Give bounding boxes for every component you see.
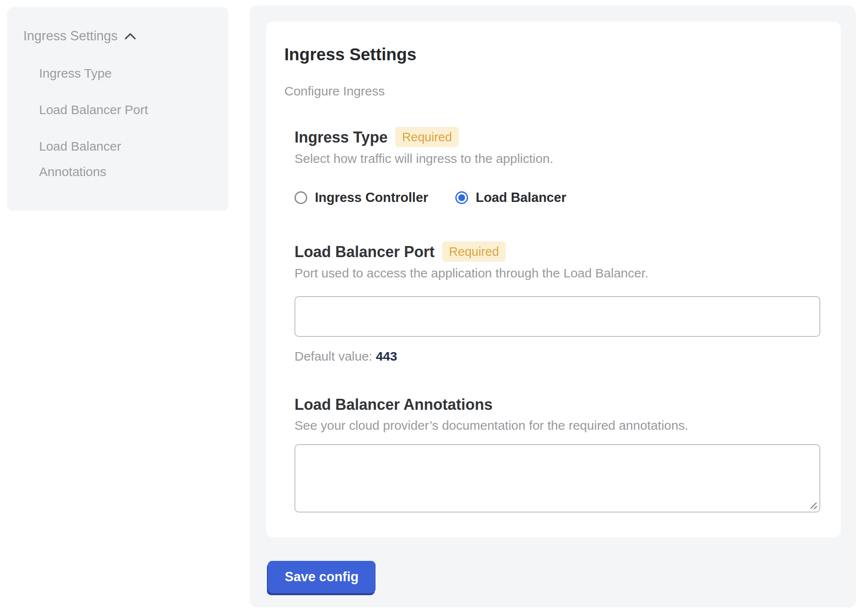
section-ingress-type: Ingress Type Required Select how traffic… [295, 127, 820, 206]
load-balancer-annotations-label: Load Balancer Annotations [295, 395, 493, 414]
sidebar-group-ingress-settings[interactable]: Ingress Settings [23, 28, 216, 44]
section-heading-row: Load Balancer Port Required [295, 242, 820, 262]
section-load-balancer-annotations: Load Balancer Annotations See your cloud… [295, 395, 820, 512]
default-value: 443 [376, 349, 397, 363]
section-heading-row: Load Balancer Annotations [295, 395, 820, 414]
load-balancer-annotations-description: See your cloud provider’s documentation … [295, 417, 820, 434]
load-balancer-port-description: Port used to access the application thro… [295, 265, 820, 282]
section-heading-row: Ingress Type Required [295, 127, 820, 148]
ingress-settings-card: Ingress Settings Configure Ingress Ingre… [266, 22, 841, 538]
radio-option-ingress-controller[interactable]: Ingress Controller [295, 189, 428, 206]
radio-label: Ingress Controller [315, 189, 428, 206]
config-nav-sidebar: Ingress Settings Ingress Type Load Balan… [7, 7, 228, 211]
load-balancer-port-label: Load Balancer Port [295, 242, 435, 262]
resize-handle-icon[interactable] [809, 501, 818, 510]
section-load-balancer-port: Load Balancer Port Required Port used to… [295, 242, 820, 365]
sidebar-group-label: Ingress Settings [23, 28, 118, 44]
radio-label: Load Balancer [476, 189, 567, 206]
page-title: Ingress Settings [284, 44, 820, 64]
save-config-button[interactable]: Save config [268, 561, 376, 593]
sidebar-item-load-balancer-port[interactable]: Load Balancer Port [39, 97, 175, 123]
ingress-type-label: Ingress Type [295, 128, 387, 147]
radio-unselected-icon[interactable] [295, 191, 307, 204]
default-value-label: Default value: [295, 349, 372, 363]
ingress-type-description: Select how traffic will ingress to the a… [295, 150, 820, 167]
radio-option-load-balancer[interactable]: Load Balancer [455, 189, 567, 206]
sidebar-item-ingress-type[interactable]: Ingress Type [39, 61, 175, 86]
default-value-row: Default value: 443 [295, 348, 820, 365]
sidebar-item-load-balancer-annotations[interactable]: Load Balancer Annotations [39, 134, 175, 185]
page-subtitle: Configure Ingress [284, 83, 820, 99]
annotations-textarea-wrap [295, 444, 820, 512]
load-balancer-port-input[interactable] [295, 296, 820, 337]
sidebar-item-list: Ingress Type Load Balancer Port Load Bal… [39, 61, 216, 185]
ingress-type-radio-group: Ingress Controller Load Balancer [295, 189, 820, 206]
required-badge: Required [395, 127, 459, 147]
chevron-up-icon [124, 32, 136, 40]
load-balancer-annotations-textarea[interactable] [295, 444, 820, 512]
required-badge: Required [442, 241, 506, 262]
radio-selected-icon[interactable] [455, 191, 468, 204]
config-main-panel: Ingress Settings Configure Ingress Ingre… [250, 6, 856, 608]
